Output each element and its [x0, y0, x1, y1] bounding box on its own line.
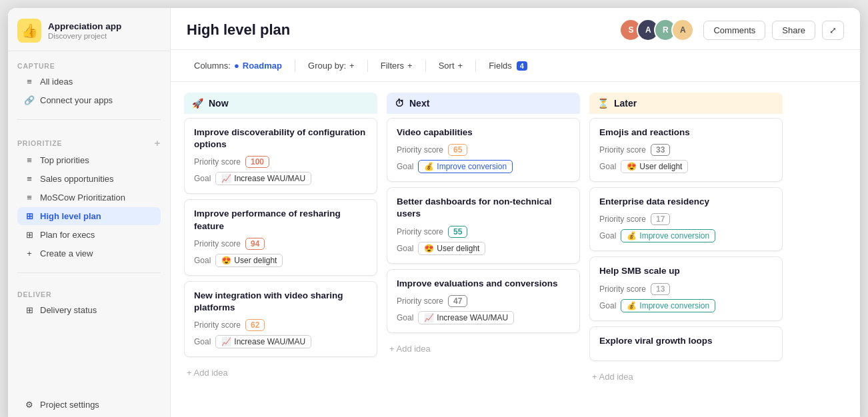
- goal-text: User delight: [437, 244, 479, 253]
- goal-icon: 💰: [424, 162, 434, 171]
- card-title: Enterprise data residency: [599, 196, 773, 208]
- card-title: Improve evaluations and conversions: [397, 278, 570, 290]
- kanban-card[interactable]: Emojis and reactions Priority score 33 G…: [589, 118, 783, 182]
- priority-label: Priority score: [397, 227, 443, 236]
- card-title: Emojis and reactions: [599, 127, 773, 139]
- sidebar-item-create-view[interactable]: + Create a view: [17, 244, 161, 262]
- goal-text: Increase WAU/MAU: [437, 313, 508, 322]
- priority-score-row: Priority score 17: [599, 213, 773, 225]
- sidebar-item-connect-apps[interactable]: 🔗 Connect your apps: [17, 91, 161, 109]
- goal-text: Improve conversion: [639, 231, 709, 240]
- filters-label: Filters: [381, 61, 404, 71]
- goal-tag[interactable]: 💰 Improve conversion: [621, 299, 715, 312]
- kanban-card[interactable]: Explore viral growth loops: [589, 326, 783, 361]
- kanban-column-later: ⏳LaterEmojis and reactions Priority scor…: [589, 93, 783, 414]
- priority-label: Priority score: [397, 145, 443, 155]
- add-idea-later[interactable]: + Add idea: [589, 366, 783, 387]
- add-prioritize-button[interactable]: +: [154, 137, 161, 149]
- list-icon: ≡: [24, 174, 35, 184]
- add-idea-now[interactable]: + Add idea: [184, 362, 377, 383]
- sidebar-item-top-priorities[interactable]: ≡ Top priorities: [17, 151, 161, 169]
- goal-row: Goal 💰 Improve conversion: [397, 160, 570, 173]
- list-icon: ≡: [24, 155, 35, 165]
- comments-button[interactable]: Comments: [703, 21, 765, 40]
- columns-value: Roadmap: [243, 61, 282, 71]
- sidebar-item-sales-opportunities[interactable]: ≡ Sales opportunities: [17, 170, 161, 188]
- goal-tag[interactable]: 💰 Improve conversion: [621, 229, 715, 242]
- avatar-group: S A R A: [619, 19, 694, 41]
- goal-label: Goal: [194, 174, 211, 183]
- sidebar-item-label: All ideas: [40, 77, 73, 87]
- fields-button[interactable]: Fields 4: [481, 57, 535, 75]
- priority-score-row: Priority score 55: [397, 226, 570, 238]
- sidebar-item-high-level-plan[interactable]: ⊞ High level plan: [17, 207, 161, 225]
- list-icon: ≡: [24, 193, 35, 203]
- kanban-card[interactable]: Help SMB scale up Priority score 13 Goal…: [589, 256, 783, 320]
- kanban-card[interactable]: Improve performance of resharing feature…: [184, 199, 377, 275]
- kanban-card[interactable]: Improve evaluations and conversions Prio…: [387, 269, 580, 333]
- score-badge: 17: [651, 213, 670, 225]
- share-button[interactable]: Share: [772, 21, 815, 40]
- list-icon: ≡: [24, 77, 35, 87]
- score-badge: 55: [448, 226, 467, 238]
- fields-badge: 4: [517, 61, 527, 71]
- goal-row: Goal 😍 User delight: [599, 160, 773, 173]
- kanban-card[interactable]: Improve discoverability of configuration…: [184, 118, 377, 194]
- card-title: Improve performance of resharing feature: [194, 208, 367, 232]
- goal-text: User delight: [234, 256, 277, 265]
- avatar: A: [671, 19, 694, 41]
- column-header-now: 🚀Now: [184, 93, 377, 114]
- goal-tag[interactable]: 📈 Increase WAU/MAU: [215, 335, 311, 348]
- kanban-card[interactable]: Enterprise data residency Priority score…: [589, 187, 783, 251]
- group-by-selector[interactable]: Group by: +: [301, 57, 362, 75]
- goal-tag[interactable]: 😍 User delight: [215, 254, 283, 267]
- sidebar-item-label: Delivery status: [40, 305, 97, 315]
- goal-tag[interactable]: 💰 Improve conversion: [418, 160, 513, 173]
- goal-label: Goal: [397, 162, 413, 171]
- sort-button[interactable]: Sort +: [431, 57, 470, 75]
- filters-button[interactable]: Filters +: [373, 57, 420, 75]
- app-title: Appreciation app: [48, 21, 121, 32]
- goal-text: Increase WAU/MAU: [234, 174, 305, 183]
- app-header: 👍 Appreciation app Discovery project: [8, 8, 170, 51]
- sidebar-item-label: Connect your apps: [40, 95, 113, 105]
- prioritize-section: PRIORITIZE + ≡ Top priorities ≡ Sales op…: [8, 127, 170, 266]
- kanban-card[interactable]: Better dashboards for non-technical user…: [387, 187, 580, 263]
- priority-score-row: Priority score 94: [194, 238, 367, 250]
- roadmap-icon: ●: [234, 61, 239, 71]
- goal-tag[interactable]: 📈 Increase WAU/MAU: [215, 172, 311, 185]
- kanban-card[interactable]: Video capabilities Priority score 65 Goa…: [387, 118, 580, 182]
- grid-icon: ⊞: [24, 305, 35, 315]
- capture-section: CAPTURE ≡ All ideas 🔗 Connect your apps: [8, 51, 170, 113]
- expand-button[interactable]: ⤢: [822, 21, 844, 40]
- add-idea-next[interactable]: + Add idea: [387, 338, 580, 359]
- goal-icon: 📈: [424, 313, 434, 322]
- grid-icon: ⊞: [24, 211, 35, 221]
- columns-selector[interactable]: Columns: ● Roadmap: [187, 57, 289, 75]
- goal-row: Goal 💰 Improve conversion: [599, 229, 773, 242]
- goal-row: Goal 😍 User delight: [397, 242, 570, 255]
- sidebar: 👍 Appreciation app Discovery project CAP…: [8, 8, 171, 417]
- divider: [17, 272, 161, 273]
- divider: [17, 119, 161, 120]
- sidebar-bottom: ⚙ Project settings: [8, 390, 170, 417]
- sidebar-item-all-ideas[interactable]: ≡ All ideas: [17, 73, 161, 91]
- priority-label: Priority score: [599, 145, 646, 155]
- sidebar-item-moscow[interactable]: ≡ MoSCow Prioritization: [17, 189, 161, 207]
- sidebar-item-plan-for-execs[interactable]: ⊞ Plan for execs: [17, 226, 161, 244]
- kanban-card[interactable]: New integration with video sharing platf…: [184, 281, 377, 357]
- column-header-later: ⏳Later: [589, 93, 783, 114]
- goal-tag[interactable]: 📈 Increase WAU/MAU: [418, 311, 514, 324]
- main-area: High level plan S A R A Comments Share ⤢…: [171, 8, 860, 417]
- columns-label: Columns:: [194, 61, 231, 71]
- sidebar-item-label: MoSCow Prioritization: [40, 193, 125, 203]
- goal-text: User delight: [639, 162, 682, 171]
- sidebar-item-delivery-status[interactable]: ⊞ Delivery status: [17, 301, 161, 319]
- sidebar-item-project-settings[interactable]: ⚙ Project settings: [17, 396, 161, 414]
- goal-tag[interactable]: 😍 User delight: [621, 160, 688, 173]
- goal-tag[interactable]: 😍 User delight: [418, 242, 485, 255]
- goal-label: Goal: [194, 337, 211, 346]
- plus-icon: +: [24, 248, 35, 258]
- plus-icon: +: [349, 61, 355, 71]
- kanban-board: 🚀NowImprove discoverability of configura…: [171, 82, 860, 417]
